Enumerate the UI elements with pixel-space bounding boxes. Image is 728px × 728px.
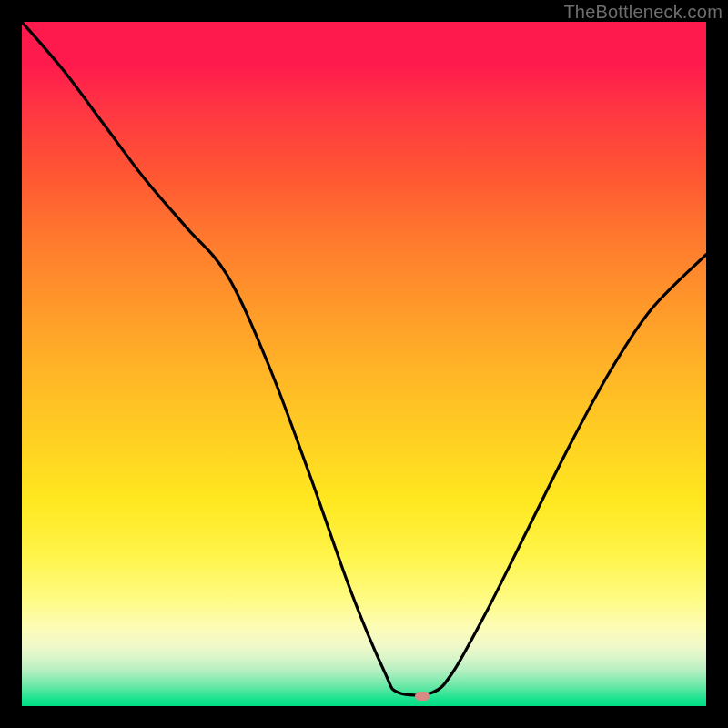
plot-area xyxy=(22,22,706,706)
chart-frame: TheBottleneck.com xyxy=(0,0,728,728)
bottleneck-curve xyxy=(22,22,706,706)
optimal-point-marker xyxy=(415,692,430,701)
watermark-text: TheBottleneck.com xyxy=(563,2,723,23)
